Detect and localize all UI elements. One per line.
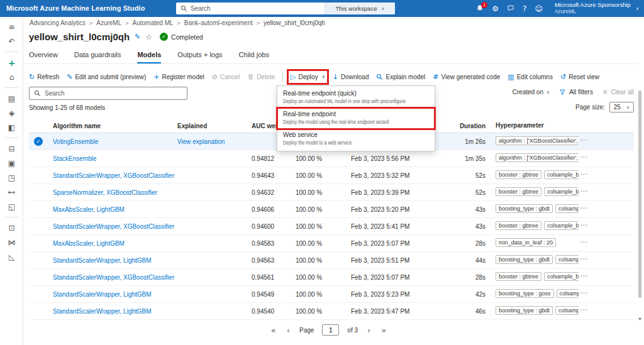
row-more-actions-button[interactable]: ⋯ — [580, 288, 588, 297]
refresh-button[interactable]: ↻Refresh — [29, 73, 59, 81]
real-time-endpoint-quick-menu-item[interactable]: Real-time endpoint (quick)Deploy an Auto… — [277, 87, 435, 108]
edit-and-submit-preview-button[interactable]: ✎Edit and submit (preview) — [67, 73, 146, 81]
selected-check-icon[interactable]: ✓ — [34, 137, 43, 146]
tab-outputs-logs[interactable]: Outputs + logs — [177, 51, 222, 63]
row-more-actions-button[interactable]: ⋯ — [580, 136, 588, 145]
row-more-actions-button[interactable]: ⋯ — [580, 305, 588, 314]
nav-pipelines[interactable]: ⊷ — [0, 185, 23, 199]
table-row[interactable]: StandardScalerWrapper, LightGBM0.9456310… — [29, 252, 634, 269]
nav-designer[interactable]: ◧ — [0, 120, 23, 134]
breadcrumb-item[interactable]: yellow_shirt_l0cmj0qh — [264, 19, 325, 26]
table-row[interactable]: SparseNormalizer, XGBoostClassifier0.946… — [29, 184, 634, 201]
models-search-input[interactable] — [45, 90, 187, 97]
nav-components[interactable]: ◳ — [0, 170, 23, 185]
model-name-link[interactable]: StackEnsemble — [53, 155, 96, 162]
row-more-actions-button[interactable]: ⋯ — [580, 204, 588, 212]
favorite-star-icon[interactable]: ☆ — [145, 33, 152, 41]
nav-linked-services[interactable]: ⋈ — [0, 235, 23, 249]
edit-columns-button[interactable]: ▥Edit columns — [508, 73, 553, 81]
last-page-button[interactable]: » — [380, 326, 387, 335]
page-size-select[interactable]: 25 ∨ — [609, 102, 634, 112]
global-search[interactable]: This workspace ∨ — [176, 3, 395, 14]
real-time-endpoint-menu-item[interactable]: Real-time endpointDeploy the model using… — [277, 108, 435, 129]
register-model-button[interactable]: +Register model — [153, 73, 204, 81]
table-row[interactable]: MaxAbsScaler, LightGBM0.94606100.00 %Feb… — [29, 201, 634, 218]
created-on-filter[interactable]: Created on ∨ — [513, 89, 550, 96]
search-scope-dropdown[interactable]: This workspace ∨ — [325, 3, 395, 14]
nav-notebooks[interactable]: ▤ — [0, 91, 23, 106]
scrollbar-thumb[interactable] — [638, 90, 641, 298]
row-more-actions-button[interactable]: ⋯ — [580, 255, 588, 263]
explain-model-button[interactable]: Explain model — [376, 74, 425, 80]
vertical-scrollbar[interactable]: ▾ — [637, 68, 643, 322]
nav-jobs[interactable]: ▣ — [0, 156, 23, 170]
row-more-actions-button[interactable]: ⋯ — [580, 238, 588, 246]
notifications-button[interactable]: 1 — [476, 4, 484, 13]
model-name-link[interactable]: MaxAbsScaler, LightGBM — [53, 206, 125, 213]
nav-home[interactable]: ⌂ — [0, 70, 23, 84]
nav-menu[interactable]: ≡ — [0, 19, 23, 34]
table-row[interactable]: MaxAbsScaler, LightGBM0.94583100.00 %Feb… — [29, 235, 634, 252]
model-name-link[interactable]: StandardScalerWrapper, LightGBM — [53, 291, 152, 298]
first-page-button[interactable]: « — [270, 326, 277, 335]
deploy-button[interactable]: ▷Deploy∨ — [291, 73, 325, 81]
clear-all-button[interactable]: × Clear all — [602, 89, 634, 96]
global-search-input[interactable] — [191, 5, 325, 12]
view-generated-code-button[interactable]: #View generated code — [433, 73, 500, 81]
row-more-actions-button[interactable]: ⋯ — [580, 187, 588, 195]
table-row[interactable]: StandardScalerWrapper, XGBoostClassifier… — [29, 218, 634, 235]
nav-data[interactable]: ⊟ — [0, 141, 23, 156]
reset-view-button[interactable]: ↺Reset view — [560, 73, 599, 81]
table-row[interactable]: StandardScalerWrapper, XGBoostClassifier… — [29, 269, 634, 286]
prev-page-button[interactable]: ‹ — [286, 326, 291, 335]
account-menu[interactable]: Microsoft Azure Sponsorship AzureML ∨ — [555, 2, 639, 15]
col-explained[interactable]: Explained — [177, 123, 207, 129]
model-name-link[interactable]: StandardScalerWrapper, LightGBM — [53, 308, 152, 315]
model-name-link[interactable]: StandardScalerWrapper, LightGBM — [53, 257, 152, 264]
model-name-link[interactable]: StandardScalerWrapper, XGBoostClassifier — [53, 172, 174, 179]
model-name-link[interactable]: StandardScalerWrapper, XGBoostClassifier — [53, 274, 174, 281]
row-more-actions-button[interactable]: ⋯ — [580, 170, 588, 178]
help-button[interactable]: ? — [523, 5, 526, 13]
nav-collapse[interactable]: ↶ — [0, 34, 23, 48]
model-name-link[interactable]: StandardScalerWrapper, XGBoostClassifier — [53, 223, 174, 230]
table-row[interactable]: StandardScalerWrapper, XGBoostClassifier… — [29, 167, 634, 184]
row-more-actions-button[interactable]: ⋯ — [580, 221, 588, 229]
table-row[interactable]: StackEnsemble0.94812100.00 %Feb 3, 2023 … — [29, 150, 634, 167]
breadcrumb-item[interactable]: Automated ML — [133, 19, 174, 26]
web-service-menu-item[interactable]: Web serviceDeploy the model to a web ser… — [277, 129, 435, 150]
download-button[interactable]: ↓Download — [333, 73, 369, 81]
nav-automated-ml[interactable]: ◈ — [0, 106, 23, 120]
breadcrumb-item[interactable]: AzureML — [96, 19, 121, 26]
view-explanation-link[interactable]: View explanation — [177, 138, 225, 145]
breadcrumb-item[interactable]: Advancing Analytics — [30, 19, 86, 26]
model-name-link[interactable]: VotingEnsemble — [53, 138, 98, 145]
col-duration[interactable]: Duration — [431, 123, 486, 129]
feedback-button[interactable] — [507, 4, 514, 13]
models-search[interactable] — [29, 87, 187, 100]
settings-button[interactable]: ⚙ — [492, 5, 499, 13]
tab-models[interactable]: Models — [137, 51, 161, 63]
all-filters-button[interactable]: All filters — [559, 89, 593, 96]
nav-environments[interactable]: ◱ — [0, 199, 23, 214]
table-row[interactable]: StandardScalerWrapper, LightGBM0.9454010… — [29, 303, 634, 320]
nav-data-labeling[interactable]: ◺ — [0, 249, 23, 264]
tab-child-jobs[interactable]: Child jobs — [239, 51, 269, 63]
col-hyperparameter[interactable]: Hyperparameter — [496, 122, 579, 134]
tab-data-guardrails[interactable]: Data guardrails — [74, 51, 121, 63]
page-number-input[interactable] — [322, 324, 339, 336]
row-more-actions-button[interactable]: ⋯ — [580, 153, 588, 162]
edit-name-icon[interactable]: ✎ — [135, 33, 140, 41]
tab-overview[interactable]: Overview — [29, 51, 58, 63]
next-page-button[interactable]: › — [366, 326, 372, 335]
nav-create-new[interactable]: + — [0, 55, 23, 70]
scroll-down-icon[interactable]: ▾ — [637, 316, 643, 322]
breadcrumb-item[interactable]: Bank-automl-experiment — [184, 19, 253, 26]
model-name-link[interactable]: SparseNormalizer, XGBoostClassifier — [53, 189, 157, 196]
row-more-actions-button[interactable]: ⋯ — [580, 271, 588, 280]
table-row[interactable]: StandardScalerWrapper, LightGBM0.9454910… — [29, 286, 634, 303]
nav-compute[interactable]: ⊡ — [0, 221, 23, 235]
model-name-link[interactable]: MaxAbsScaler, LightGBM — [53, 240, 125, 247]
col-algorithm-name[interactable]: Algorithm name — [53, 123, 101, 129]
smiley-button[interactable]: ☺ — [535, 5, 543, 13]
